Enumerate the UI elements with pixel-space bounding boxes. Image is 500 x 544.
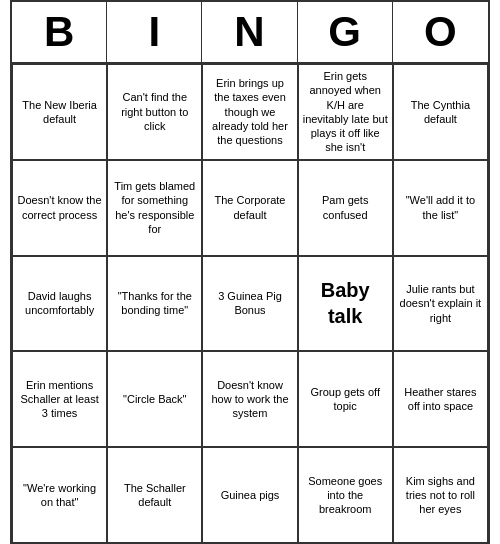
- bingo-grid: The New Iberia defaultCan't find the rig…: [12, 64, 488, 543]
- bingo-letter-g: G: [298, 2, 393, 62]
- bingo-cell-20[interactable]: "We're working on that": [12, 447, 107, 543]
- bingo-cell-3[interactable]: Erin gets annoyed when K/H are inevitabl…: [298, 64, 393, 160]
- bingo-cell-4[interactable]: The Cynthia default: [393, 64, 488, 160]
- bingo-cell-7[interactable]: The Corporate default: [202, 160, 297, 256]
- bingo-cell-15[interactable]: Erin mentions Schaller at least 3 times: [12, 351, 107, 447]
- bingo-letter-b: B: [12, 2, 107, 62]
- bingo-cell-6[interactable]: Tim gets blamed for something he's respo…: [107, 160, 202, 256]
- bingo-cell-24[interactable]: Kim sighs and tries not to roll her eyes: [393, 447, 488, 543]
- bingo-cell-9[interactable]: "We'll add it to the list": [393, 160, 488, 256]
- bingo-cell-12[interactable]: 3 Guinea Pig Bonus: [202, 256, 297, 352]
- bingo-cell-8[interactable]: Pam gets confused: [298, 160, 393, 256]
- bingo-cell-23[interactable]: Someone goes into the breakroom: [298, 447, 393, 543]
- bingo-cell-14[interactable]: Julie rants but doesn't explain it right: [393, 256, 488, 352]
- bingo-cell-22[interactable]: Guinea pigs: [202, 447, 297, 543]
- bingo-letter-i: I: [107, 2, 202, 62]
- bingo-cell-19[interactable]: Heather stares off into space: [393, 351, 488, 447]
- bingo-cell-2[interactable]: Erin brings up the taxes even though we …: [202, 64, 297, 160]
- bingo-cell-10[interactable]: David laughs uncomfortably: [12, 256, 107, 352]
- bingo-cell-0[interactable]: The New Iberia default: [12, 64, 107, 160]
- bingo-cell-18[interactable]: Group gets off topic: [298, 351, 393, 447]
- bingo-cell-16[interactable]: "Circle Back": [107, 351, 202, 447]
- bingo-letter-o: O: [393, 2, 488, 62]
- bingo-letter-n: N: [202, 2, 297, 62]
- bingo-cell-5[interactable]: Doesn't know the correct process: [12, 160, 107, 256]
- bingo-cell-11[interactable]: "Thanks for the bonding time": [107, 256, 202, 352]
- bingo-header: BINGO: [12, 2, 488, 64]
- bingo-cell-13[interactable]: Baby talk: [298, 256, 393, 352]
- bingo-card: BINGO The New Iberia defaultCan't find t…: [10, 0, 490, 544]
- bingo-cell-1[interactable]: Can't find the right button to click: [107, 64, 202, 160]
- bingo-cell-17[interactable]: Doesn't know how to work the system: [202, 351, 297, 447]
- bingo-cell-21[interactable]: The Schaller default: [107, 447, 202, 543]
